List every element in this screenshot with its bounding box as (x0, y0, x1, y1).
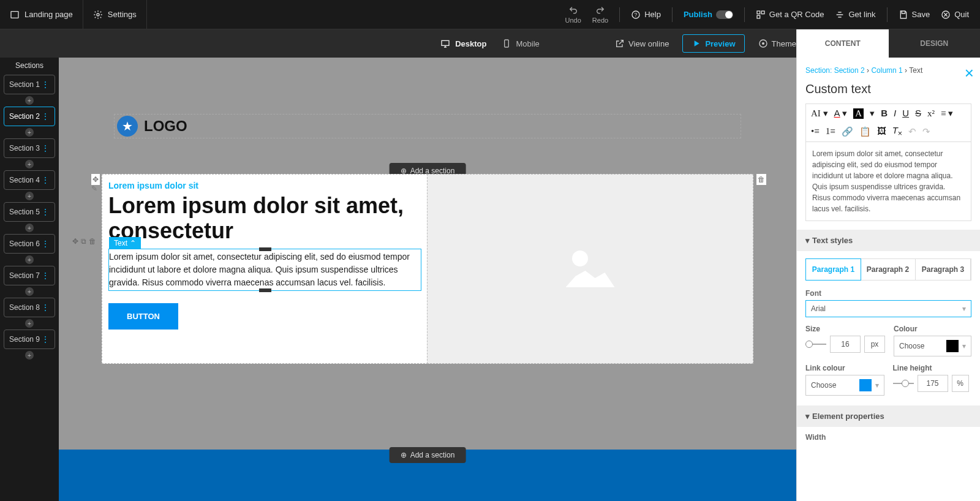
paragraph-tab-1[interactable]: Paragraph 1 (805, 258, 861, 281)
theme-button[interactable]: Theme (758, 39, 796, 48)
underline-icon[interactable]: U (902, 108, 909, 119)
section-item-4[interactable]: Section 4⋮ (4, 170, 55, 190)
size-input[interactable]: 16 (830, 336, 861, 353)
section-2-container[interactable]: ✥ 🗑 ✎ Lorem ipsum dolor sit Lorem ipsum … (102, 174, 753, 364)
paste-icon[interactable]: 📋 (859, 126, 871, 137)
device-desktop[interactable]: Desktop (440, 39, 486, 48)
paragraph-tab-2[interactable]: Paragraph 2 (861, 259, 916, 280)
resize-handle-icon[interactable] (259, 288, 271, 292)
add-section-bottom[interactable]: ⊕Add a section (390, 447, 466, 463)
breadcrumb-column[interactable]: Column 1 (871, 66, 902, 75)
kebab-icon[interactable]: ⋮ (41, 143, 50, 153)
quit-button[interactable]: Quit (941, 10, 969, 20)
add-section-between[interactable]: + (25, 351, 34, 360)
link-icon[interactable]: 🔗 (842, 126, 853, 137)
redo-rte-icon[interactable]: ↷ (922, 126, 930, 137)
kebab-icon[interactable]: ⋮ (41, 271, 50, 281)
number-list-icon[interactable]: 1≡ (826, 126, 835, 137)
add-section-between[interactable]: + (25, 96, 34, 105)
image-icon[interactable]: 🖼 (877, 126, 886, 137)
colour-picker[interactable]: Choose ▾ (894, 336, 971, 356)
save-button[interactable]: Save (899, 10, 930, 20)
redo-button[interactable]: Redo (592, 6, 608, 24)
move-icon[interactable]: ✥ (72, 237, 78, 246)
publish-toggle[interactable]: Publish (684, 10, 733, 19)
section-item-2[interactable]: Section 2⋮ (4, 107, 55, 126)
image-placeholder-icon[interactable] (566, 250, 615, 287)
kebab-icon[interactable]: ⋮ (41, 207, 50, 217)
move-icon[interactable]: ✥ (91, 174, 100, 185)
chevron-up-icon[interactable]: ⌃ (130, 239, 136, 247)
section-item-8[interactable]: Section 8⋮ (4, 298, 55, 317)
toggle-icon[interactable] (716, 10, 733, 19)
add-section-between[interactable]: + (25, 319, 34, 328)
line-height-input[interactable]: 175 (918, 375, 948, 392)
highlight-icon[interactable]: A (853, 108, 864, 119)
add-section-between[interactable]: + (25, 287, 34, 296)
tab-content[interactable]: CONTENT (797, 29, 889, 58)
italic-icon[interactable]: I (894, 108, 896, 119)
element-properties-accordion[interactable]: ▾ Element properties (797, 405, 980, 427)
kebab-icon[interactable]: ⋮ (41, 111, 50, 121)
help-button[interactable]: ? Help (631, 10, 661, 20)
tab-design[interactable]: DESIGN (889, 29, 981, 58)
size-slider[interactable] (805, 344, 826, 345)
theme-icon (758, 39, 768, 48)
kebab-icon[interactable]: ⋮ (41, 239, 50, 249)
logo-section[interactable]: ★ LOGO (114, 114, 741, 138)
trash-icon[interactable]: 🗑 (756, 174, 766, 185)
section-item-7[interactable]: Section 7⋮ (4, 266, 55, 285)
bold-icon[interactable]: B (881, 108, 888, 119)
chevron-down-icon[interactable]: ▾ (870, 108, 875, 119)
section-item-9[interactable]: Section 9⋮ (4, 330, 55, 349)
strike-icon[interactable]: S (915, 108, 921, 119)
add-section-between[interactable]: + (25, 192, 34, 200)
paragraph-tab-3[interactable]: Paragraph 3 (916, 259, 971, 280)
resize-handle-icon[interactable] (259, 247, 271, 251)
edit-icon[interactable]: ✎ (91, 184, 97, 193)
align-icon[interactable]: ≡ ▾ (941, 108, 953, 119)
qr-button[interactable]: Get a QR Code (756, 10, 824, 20)
kebab-icon[interactable]: ⋮ (41, 175, 50, 185)
section-item-5[interactable]: Section 5⋮ (4, 202, 55, 222)
get-link-button[interactable]: Get link (835, 10, 875, 20)
font-select[interactable]: Arial ▾ (805, 300, 971, 317)
column-right[interactable] (427, 174, 753, 364)
breadcrumb-section[interactable]: Section: Section 2 (805, 66, 865, 75)
section-item-6[interactable]: Section 6⋮ (4, 234, 55, 254)
add-section-between[interactable]: + (25, 224, 34, 232)
text-block-selected[interactable]: ✥ ⧉ 🗑 Text ⌃ Lorem ipsum dolor sit amet,… (108, 249, 421, 291)
rte-textarea[interactable]: Lorem ipsum dolor sit amet, consectetur … (805, 142, 971, 221)
clear-format-icon[interactable]: T× (892, 125, 902, 138)
link-colour-picker[interactable]: Choose ▾ (805, 375, 884, 396)
tab-landing-page[interactable]: Landing page (0, 0, 83, 29)
tab-settings[interactable]: Settings (83, 0, 147, 29)
section-item-1[interactable]: Section 1⋮ (4, 75, 55, 94)
view-online-button[interactable]: View online (615, 39, 669, 48)
add-section-between[interactable]: + (25, 255, 34, 264)
copy-icon[interactable]: ⧉ (81, 237, 86, 246)
headline-text[interactable]: Lorem ipsum dolor sit amet, consectetur (108, 193, 421, 244)
add-section-between[interactable]: + (25, 160, 34, 168)
eyebrow-text[interactable]: Lorem ipsum dolor sit (108, 181, 421, 190)
text-styles-accordion[interactable]: ▾ Text styles (797, 230, 980, 251)
kebab-icon[interactable]: ⋮ (41, 334, 50, 344)
kebab-icon[interactable]: ⋮ (41, 80, 50, 89)
preview-button[interactable]: Preview (682, 34, 744, 53)
superscript-icon[interactable]: x² (927, 108, 935, 119)
column-left[interactable]: ✎ Lorem ipsum dolor sit Lorem ipsum dolo… (102, 174, 428, 364)
line-height-slider[interactable] (893, 383, 914, 384)
bullet-list-icon[interactable]: •≡ (811, 126, 820, 137)
cta-button[interactable]: BUTTON (108, 303, 178, 330)
undo-button[interactable]: Undo (565, 6, 581, 24)
add-section-between[interactable]: + (25, 128, 34, 137)
section-item-3[interactable]: Section 3⋮ (4, 138, 55, 158)
device-mobile[interactable]: Mobile (502, 39, 540, 48)
undo-rte-icon[interactable]: ↶ (908, 126, 916, 137)
font-size-icon[interactable]: AI ▾ (811, 108, 828, 119)
close-icon[interactable]: × (965, 64, 974, 83)
kebab-icon[interactable]: ⋮ (41, 303, 50, 312)
paragraph-text[interactable]: Lorem ipsum dolor sit amet, consectetur … (109, 250, 421, 289)
trash-icon[interactable]: 🗑 (89, 237, 96, 246)
font-color-icon[interactable]: A ▾ (834, 108, 848, 119)
